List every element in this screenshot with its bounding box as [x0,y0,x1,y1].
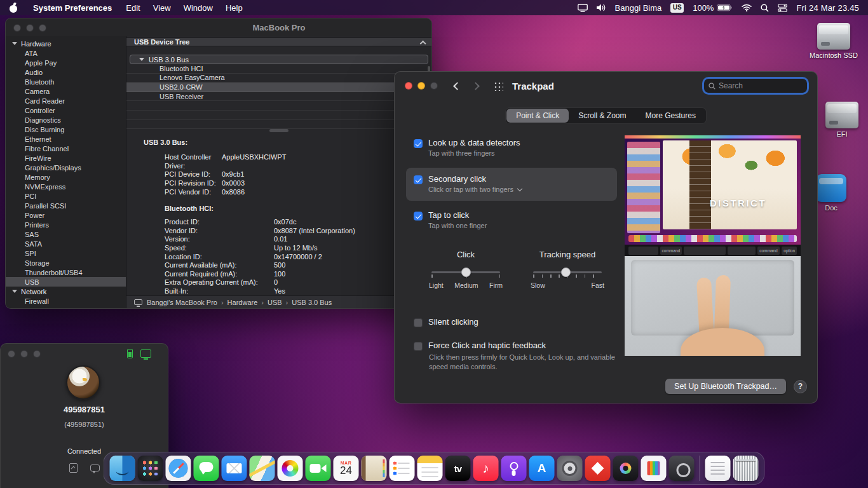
control-center-icon[interactable] [778,4,787,12]
sidebar-item[interactable]: Printers [6,220,126,229]
dock-item[interactable] [501,454,527,482]
battery-status[interactable]: 100% [693,3,733,13]
tree-row-device[interactable]: Bluetooth HCI [126,64,431,74]
usb-device-tree-header[interactable]: USB Device Tree [126,37,431,46]
desktop-icon-macintosh-ssd[interactable]: Macintosh SSD [808,23,859,59]
sidebar-item[interactable]: Parallel SCSI [6,201,126,210]
tree-row-bus[interactable]: USB 3.0 Bus [130,55,428,64]
gesture-option-row[interactable]: Secondary click Click or tap with two fi… [406,168,617,201]
search-input[interactable] [719,81,803,90]
search-field[interactable] [704,79,807,93]
sidebar-item[interactable]: Audio [6,67,126,77]
spotlight-icon[interactable] [761,4,769,12]
chat-icon[interactable] [90,464,100,471]
click-option-row[interactable]: Force Click and haptic feedback Click th… [412,338,617,376]
dock-item[interactable] [389,454,416,482]
back-button[interactable] [453,82,461,90]
screen-mirroring-icon[interactable] [578,4,588,12]
dock-item[interactable] [109,454,136,482]
menu-item[interactable]: Edit [119,3,146,13]
sidebar-item[interactable]: PCI [6,191,126,201]
volume-icon[interactable] [597,4,606,11]
wifi-icon[interactable] [742,4,752,11]
menu-bar-clock[interactable]: Fri 24 Mar 23.45 [796,3,859,13]
close-button[interactable] [405,82,412,90]
dock-item[interactable] [641,454,667,482]
tree-row-device[interactable]: Lenovo EasyCamera [126,74,431,83]
sidebar-item[interactable]: Power [6,210,126,220]
breadcrumb-segment[interactable]: Banggi's MacBook Pro [147,299,217,306]
tree-row-device[interactable] [126,111,431,120]
sidebar-item[interactable]: Network [6,287,126,296]
dock-item[interactable] [473,454,499,482]
gesture-option-row[interactable]: Tap to click Tap with one finger [412,208,617,233]
dock-item[interactable] [221,454,248,482]
sidebar-item[interactable]: Ethernet [6,134,126,144]
tree-row-device[interactable]: USB2.0-CRW [126,83,431,92]
sidebar-item[interactable]: Locations [6,306,126,309]
input-source-badge[interactable]: US [670,3,684,13]
checkbox[interactable] [414,212,423,220]
user-menu[interactable]: Banggi Bima [615,3,662,13]
collapse-chevron-icon[interactable] [420,40,426,46]
sidebar-item[interactable]: Camera [6,86,126,96]
dock-item[interactable] [277,454,304,482]
dock-item[interactable] [165,454,192,482]
dock-item[interactable] [249,454,276,482]
sidebar-item[interactable]: Controller [6,105,126,115]
minimize-button[interactable] [20,350,28,358]
checkbox[interactable] [414,342,423,351]
sidebar-item[interactable]: NVMExpress [6,182,126,191]
close-button[interactable] [13,24,21,32]
checkbox[interactable] [414,175,423,184]
sidebar-item[interactable]: Bluetooth [6,77,126,86]
gesture-option-row[interactable]: Look up & data detectors Tap with three … [412,135,617,161]
breadcrumb-segment[interactable]: USB 3.0 Bus [282,299,332,306]
sidebar-item[interactable]: Disc Burning [6,125,126,134]
menu-item[interactable]: View [147,3,177,13]
checkbox[interactable] [414,139,423,148]
dock-item[interactable] [193,454,220,482]
menu-item[interactable]: Window [177,3,219,13]
tab[interactable]: More Gestures [636,109,705,123]
dock-item[interactable] [361,454,388,482]
click-pressure-slider[interactable] [431,268,500,278]
dock-item[interactable]: MAR 24 [333,454,360,482]
setup-bluetooth-trackpad-button[interactable]: Set Up Bluetooth Trackpad… [665,379,786,394]
file-transfer-icon[interactable] [69,463,78,473]
sidebar-item[interactable]: Fibre Channel [6,144,126,153]
dock-item[interactable] [529,454,555,482]
sidebar-item[interactable]: Apple Pay [6,58,126,67]
checkbox[interactable] [414,318,423,327]
minimize-button[interactable] [26,24,34,32]
sidebar-item[interactable]: Diagnostics [6,115,126,125]
sidebar-item[interactable]: Thunderbolt/USB4 [6,268,126,277]
sidebar-item[interactable]: Hardware [6,39,126,48]
dock-item[interactable] [585,454,611,482]
tree-row-device[interactable] [126,101,431,111]
zoom-button[interactable] [33,350,41,358]
desktop-icon-efi[interactable]: EFI [817,102,867,138]
dock-item[interactable] [305,454,332,482]
sidebar-item[interactable]: Storage [6,258,126,268]
dock-item[interactable] [668,454,695,482]
breadcrumb-segment[interactable]: USB [257,299,281,306]
zoom-button[interactable] [430,82,438,90]
sidebar-item[interactable]: Graphics/Displays [6,163,126,172]
sidebar-item[interactable]: Card Reader [6,96,126,105]
apple-menu-icon[interactable] [9,3,18,13]
sidebar-item[interactable]: Memory [6,172,126,182]
forward-button[interactable] [471,82,480,90]
sidebar-item[interactable]: Firewall [6,296,126,306]
dock-item[interactable] [613,454,639,482]
dock-item[interactable] [557,454,583,482]
slider-knob[interactable] [461,268,471,277]
dock-item[interactable] [445,454,471,482]
minimize-button[interactable] [417,82,425,90]
close-button[interactable] [8,350,15,358]
dock-item[interactable] [137,454,164,482]
tab[interactable]: Point & Click [506,109,569,123]
dock-item[interactable] [417,454,444,482]
menu-item[interactable]: Help [219,3,249,13]
tree-row-device[interactable]: USB Receiver [126,92,431,102]
